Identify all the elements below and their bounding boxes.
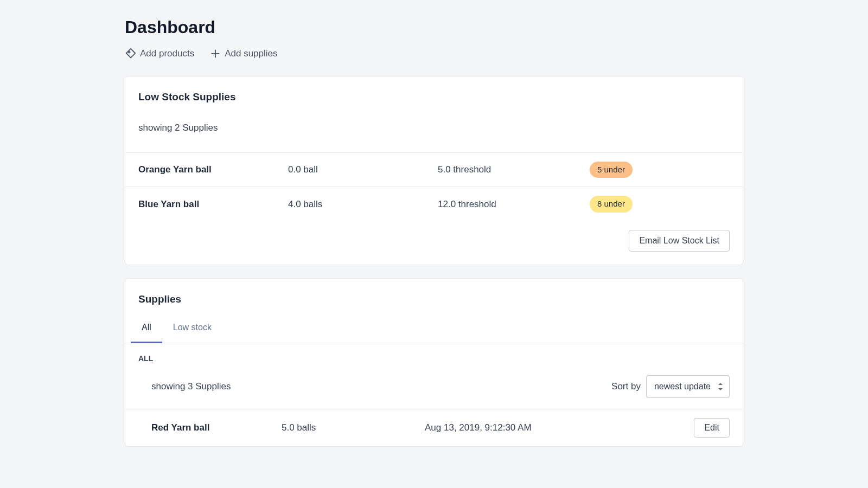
supply-date: Aug 13, 2019, 9:12:30 AM <box>425 421 681 435</box>
sort-select-value: newest update <box>654 382 711 391</box>
low-stock-row: Blue Yarn ball 4.0 balls 12.0 threshold … <box>125 187 743 221</box>
sort-select[interactable]: newest update <box>646 375 730 398</box>
low-stock-showing: showing 2 Supplies <box>138 121 730 135</box>
low-stock-row: Orange Yarn ball 0.0 ball 5.0 threshold … <box>125 152 743 187</box>
supply-name: Orange Yarn ball <box>138 163 288 177</box>
supply-qty: 0.0 ball <box>288 163 438 177</box>
add-products-label: Add products <box>140 47 194 61</box>
supplies-title: Supplies <box>138 292 730 307</box>
supply-qty: 4.0 balls <box>288 197 438 211</box>
supplies-tabs: All Low stock <box>125 313 743 343</box>
svg-point-0 <box>129 52 130 53</box>
plus-icon <box>209 48 221 60</box>
edit-button[interactable]: Edit <box>694 418 730 438</box>
under-badge: 8 under <box>590 196 633 213</box>
page-actions: Add products Add supplies <box>125 47 743 61</box>
supply-threshold: 5.0 threshold <box>438 163 590 177</box>
low-stock-title: Low Stock Supplies <box>138 89 730 105</box>
select-caret-icon <box>718 383 724 390</box>
add-products-link[interactable]: Add products <box>125 47 194 61</box>
tag-icon <box>125 48 137 60</box>
sort-by-label: Sort by <box>611 380 641 394</box>
page-title: Dashboard <box>125 14 743 40</box>
supply-name: Red Yarn ball <box>138 421 282 435</box>
email-low-stock-button[interactable]: Email Low Stock List <box>629 230 730 252</box>
tab-all[interactable]: All <box>131 313 162 343</box>
tab-low-stock[interactable]: Low stock <box>162 313 222 343</box>
supply-threshold: 12.0 threshold <box>438 197 590 211</box>
add-supplies-link[interactable]: Add supplies <box>209 47 277 61</box>
supply-qty: 5.0 balls <box>282 421 425 435</box>
under-badge: 5 under <box>590 162 633 178</box>
supply-row: Red Yarn ball 5.0 balls Aug 13, 2019, 9:… <box>125 409 743 446</box>
supplies-card: Supplies All Low stock ALL showing 3 Sup… <box>125 278 743 447</box>
low-stock-card: Low Stock Supplies showing 2 Supplies Or… <box>125 76 743 265</box>
section-label-all: ALL <box>125 343 743 364</box>
add-supplies-label: Add supplies <box>225 47 277 61</box>
supply-name: Blue Yarn ball <box>138 197 288 211</box>
supplies-showing: showing 3 Supplies <box>138 380 231 394</box>
